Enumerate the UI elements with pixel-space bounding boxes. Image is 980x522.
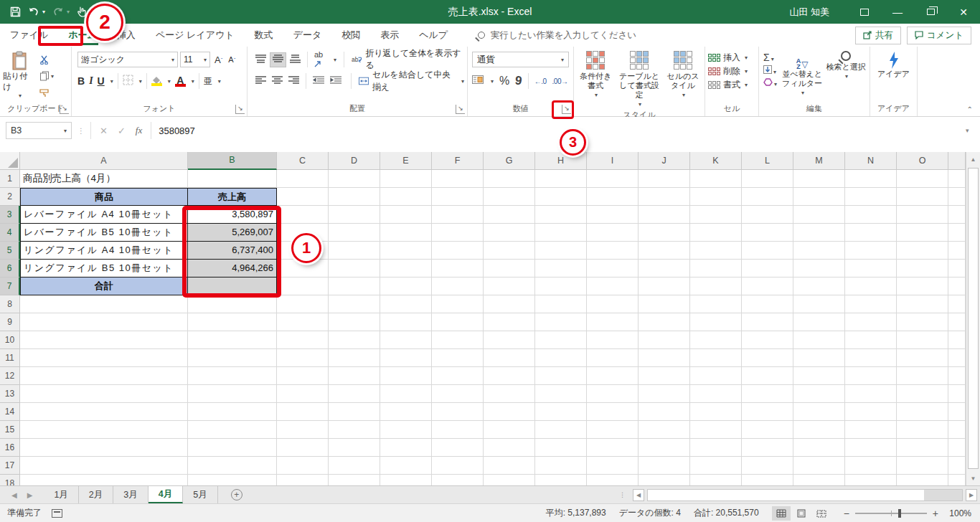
cell-F3[interactable] [432, 206, 484, 224]
cell-E9[interactable] [380, 313, 432, 331]
cell-E11[interactable] [380, 349, 432, 367]
cell-H2[interactable] [535, 188, 587, 206]
cell-D7[interactable] [329, 277, 380, 295]
cell-L8[interactable] [742, 295, 793, 313]
zoom-slider[interactable] [855, 513, 927, 514]
row-header-4[interactable]: 4 [0, 224, 20, 242]
cell-O4[interactable] [897, 224, 948, 242]
cell-O5[interactable] [897, 242, 948, 260]
bold-button[interactable]: B [77, 75, 85, 87]
cell-G14[interactable] [484, 403, 535, 421]
cell-H12[interactable] [535, 367, 587, 385]
cell-M2[interactable] [793, 188, 845, 206]
sheet-nav-prev-icon[interactable]: ◀ [11, 491, 17, 499]
cell-A11[interactable] [20, 349, 188, 367]
cell-C7[interactable] [277, 277, 329, 295]
cell-L17[interactable] [742, 457, 793, 475]
cell-K18[interactable] [690, 475, 742, 485]
cell-F15[interactable] [432, 421, 484, 439]
cell-O9[interactable] [897, 313, 948, 331]
save-icon[interactable] [10, 6, 21, 17]
cell-N13[interactable] [845, 385, 897, 403]
cell-E13[interactable] [380, 385, 432, 403]
cell-G6[interactable] [484, 260, 535, 277]
cell-E16[interactable] [380, 439, 432, 457]
cell-O14[interactable] [897, 403, 948, 421]
cell-A9[interactable] [20, 313, 188, 331]
orientation-icon[interactable]: ab [312, 48, 331, 71]
cell-C9[interactable] [277, 313, 329, 331]
cell-F5[interactable] [432, 242, 484, 260]
close-button[interactable]: ✕ [947, 0, 980, 24]
cell-B16[interactable] [188, 439, 277, 457]
tab-scroll-splitter[interactable]: ⋮ [619, 491, 626, 498]
cell-G4[interactable] [484, 224, 535, 242]
select-all-corner[interactable] [0, 152, 20, 170]
cell-B15[interactable] [188, 421, 277, 439]
cell-F2[interactable] [432, 188, 484, 206]
restore-button[interactable] [914, 0, 947, 24]
underline-caret[interactable]: ▾ [110, 78, 113, 85]
cell-J5[interactable] [639, 242, 690, 260]
row-header-8[interactable]: 8 [0, 295, 20, 313]
column-header-I[interactable]: I [587, 152, 639, 170]
horizontal-scrollbar[interactable] [647, 489, 963, 501]
sheet-tab-2[interactable]: 2月 [79, 486, 113, 503]
cell-F4[interactable] [432, 224, 484, 242]
cell-K3[interactable] [690, 206, 742, 224]
cell-L11[interactable] [742, 349, 793, 367]
cell-D10[interactable] [329, 331, 380, 349]
cell-G10[interactable] [484, 331, 535, 349]
cell-M8[interactable] [793, 295, 845, 313]
cell-D14[interactable] [329, 403, 380, 421]
cell-H9[interactable] [535, 313, 587, 331]
cell-J12[interactable] [639, 367, 690, 385]
cell-J1[interactable] [639, 170, 690, 188]
increase-indent-icon[interactable] [328, 75, 344, 88]
align-top-icon[interactable] [253, 53, 268, 67]
cell-K5[interactable] [690, 242, 742, 260]
cell-J7[interactable] [639, 277, 690, 295]
cell-G2[interactable] [484, 188, 535, 206]
cell-H17[interactable] [535, 457, 587, 475]
cell-N3[interactable] [845, 206, 897, 224]
autosum-button[interactable]: Σ▾ [763, 52, 777, 63]
cell-H3[interactable] [535, 206, 587, 224]
increase-font-icon[interactable]: Aˆ [212, 54, 225, 65]
cell-K15[interactable] [690, 421, 742, 439]
cell-N1[interactable] [845, 170, 897, 188]
cell-M5[interactable] [793, 242, 845, 260]
cell-F18[interactable] [432, 475, 484, 485]
merge-center-button[interactable]: セルを結合して中央揃え▾ [359, 72, 464, 90]
cell-N15[interactable] [845, 421, 897, 439]
column-header-E[interactable]: E [380, 152, 432, 170]
borders-icon[interactable] [123, 75, 133, 87]
tab-formulas[interactable]: 数式 [245, 24, 283, 47]
font-color-caret[interactable]: ▾ [192, 78, 194, 85]
cell-J3[interactable] [639, 206, 690, 224]
cell-J14[interactable] [639, 403, 690, 421]
cell-K12[interactable] [690, 367, 742, 385]
accessibility-checker-icon[interactable] [52, 509, 62, 518]
collapse-ribbon-icon[interactable]: ⌃ [967, 105, 973, 113]
cell-O18[interactable] [897, 475, 948, 485]
page-break-view-icon[interactable] [812, 506, 831, 521]
cell-I9[interactable] [587, 313, 639, 331]
ideas-button[interactable]: アイデア [877, 49, 910, 103]
cell-B13[interactable] [188, 385, 277, 403]
cell-O7[interactable] [897, 277, 948, 295]
tab-page-layout[interactable]: ページ レイアウト [146, 24, 245, 47]
cell-N7[interactable] [845, 277, 897, 295]
cell-O12[interactable] [897, 367, 948, 385]
zoom-slider-thumb[interactable] [898, 509, 901, 518]
cell-O1[interactable] [897, 170, 948, 188]
cell-M11[interactable] [793, 349, 845, 367]
column-header-C[interactable]: C [277, 152, 329, 170]
cell-B18[interactable] [188, 475, 277, 485]
cell-I12[interactable] [587, 367, 639, 385]
cell-M6[interactable] [793, 260, 845, 277]
cell-D2[interactable] [329, 188, 380, 206]
cell-O13[interactable] [897, 385, 948, 403]
conditional-formatting-button[interactable]: 条件付き書式▾ [577, 49, 614, 109]
cell-H5[interactable] [535, 242, 587, 260]
